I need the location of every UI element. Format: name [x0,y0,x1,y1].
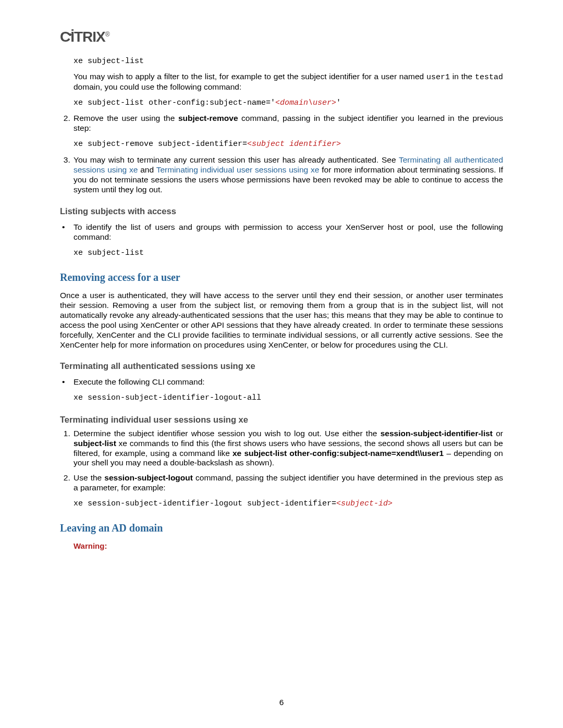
code-logout-single: xe session-subject-identifier-logout sub… [74,499,503,509]
text: Use the [74,473,104,482]
code-inline-testad: testad [475,73,503,82]
citrix-logo: CİTRIX® [60,29,503,45]
bold-subject-list: subject-list [74,439,116,448]
text: You may wish to apply a filter to the li… [74,72,426,81]
text: Determine the subject identifier whose s… [74,429,381,438]
bold-session-subject-identifier-list: session-subject-identifier-list [381,429,493,438]
warning-label: Warning: [74,541,503,550]
para-removing-access: Once a user is authenticated, they will … [60,291,503,350]
list-item-ind-1: Determine the subject identifier whose s… [72,429,503,468]
list-item: Execute the following CLI command: xe se… [60,377,503,403]
page: CİTRIX® xe subject-list You may wish to … [0,0,563,728]
content-block: xe subject-list You may wish to apply a … [74,57,503,107]
numbered-list-top: Remove the user using the subject-remove… [60,114,503,195]
page-number: 6 [0,698,563,707]
list-item-ind-2: Use the session-subject-logout command, … [72,473,503,509]
code-logout-all: xe session-subject-identifier-logout-all [74,393,503,403]
text: To identify the list of users and groups… [74,223,503,241]
list-item-3: You may wish to terminate any current se… [72,155,503,195]
placeholder-subject-identifier: <subject identifier> [247,140,341,149]
text: xe subject-remove subject-identifier= [74,140,247,149]
text: Remove the user using the [74,114,178,122]
numbered-list-term-ind: Determine the subject identifier whose s… [60,429,503,509]
heading-listing-subjects: Listing subjects with access [60,206,503,216]
code-subject-list-filter: xe subject-list other-config:subject-nam… [74,98,503,107]
bold-session-subject-logout: session-subject-logout [104,473,193,482]
heading-terminating-individual: Terminating individual user sessions usi… [60,415,503,425]
code-subject-list-2: xe subject-list [74,249,503,258]
code-inline-user1: user1 [426,73,450,82]
placeholder-domain-user: <domain\user> [275,98,336,107]
bullet-list-term-all: Execute the following CLI command: xe se… [60,377,503,403]
text: Execute the following CLI command: [74,377,205,386]
list-item-2: Remove the user using the subject-remove… [72,114,503,149]
code-subject-list: xe subject-list [74,57,503,66]
text: ' [336,98,341,107]
link-terminating-individual[interactable]: Terminating individual user sessions usi… [156,165,320,174]
heading-removing-access: Removing access for a user [60,272,503,283]
heading-terminating-all: Terminating all authenticated sessions u… [60,361,503,371]
list-item: To identify the list of users and groups… [60,223,503,258]
text: and [138,165,156,174]
text: domain, you could use the following comm… [74,82,241,91]
heading-leaving-ad-domain: Leaving an AD domain [60,522,503,534]
text: xe subject-list other-config:subject-nam… [74,98,275,107]
text: You may wish to terminate any current se… [74,155,399,164]
bold-subject-remove: subject-remove [178,114,238,122]
placeholder-subject-id: <subject-id> [336,499,393,508]
bullet-list-listing: To identify the list of users and groups… [60,223,503,258]
text: in the [450,72,475,81]
text: or [493,429,503,438]
text: xe session-subject-identifier-logout sub… [74,499,336,508]
para-filter-intro: You may wish to apply a filter to the li… [74,72,503,92]
bold-xe-subject-list-cmd: xe subject-list other-config:subject-nam… [232,449,444,458]
code-subject-remove: xe subject-remove subject-identifier=<su… [74,140,503,149]
